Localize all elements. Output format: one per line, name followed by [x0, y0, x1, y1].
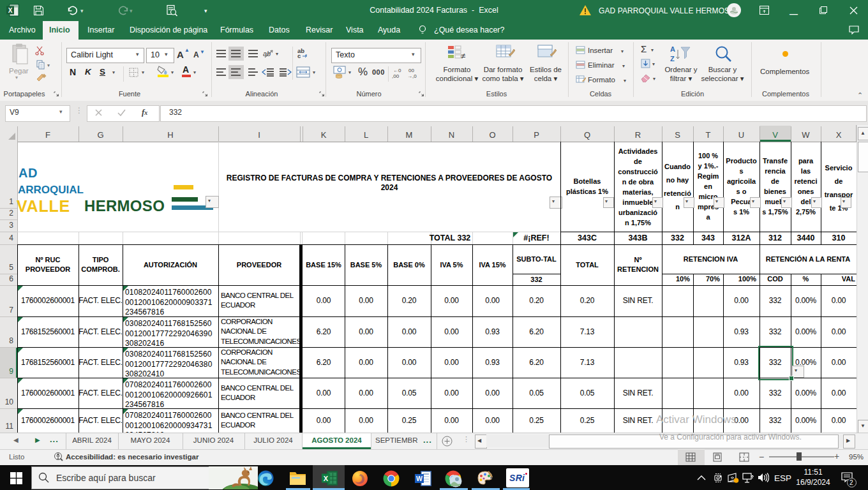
svg-text:W: W: [416, 475, 423, 482]
svg-text:Z: Z: [670, 55, 675, 63]
svg-text:A: A: [670, 45, 675, 53]
svg-text:→,0: →,0: [407, 73, 417, 78]
svg-text:,00: ,00: [392, 73, 400, 78]
svg-text:≠: ≠: [461, 51, 465, 61]
svg-text:X: X: [324, 475, 329, 482]
svg-text:c: c: [297, 52, 301, 59]
svg-text:00: 00: [408, 68, 414, 73]
svg-text:←0: ←0: [393, 68, 401, 73]
